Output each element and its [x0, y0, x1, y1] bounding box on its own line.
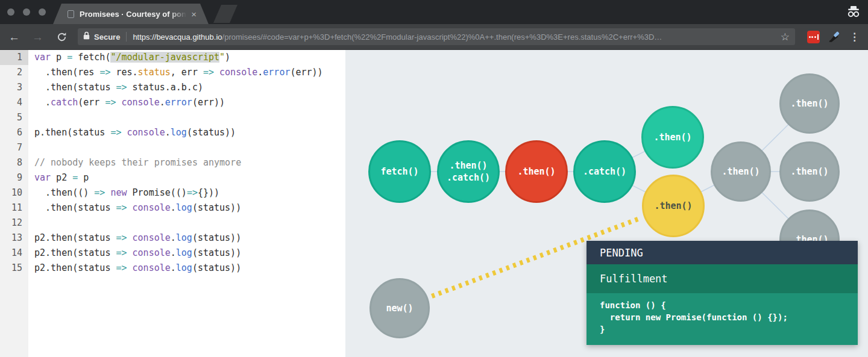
tab-strip: Promisees · Courtesy of ponyfo × [0, 0, 868, 24]
line-number: 5 [0, 110, 28, 125]
line-number: 13 [0, 231, 28, 246]
forward-button[interactable]: → [28, 31, 47, 43]
panel-code: function () { return new Promise(functio… [600, 299, 858, 335]
node-label: .then() [654, 200, 692, 212]
page-favicon-icon [68, 10, 74, 18]
line-number: 3 [0, 80, 28, 95]
promise-detail-panel: PENDING Fulfillment function () { return… [587, 241, 858, 345]
new-tab-button[interactable] [213, 5, 237, 23]
code-line: 8// nobody keeps their promises anymore [0, 155, 345, 170]
browser-window: Promisees · Courtesy of ponyfo × ← → [0, 0, 868, 357]
graph-node-then-pending[interactable]: .then() [642, 175, 705, 237]
line-number: 7 [0, 140, 28, 155]
node-label: new() [386, 302, 413, 314]
url-host: https://bevacqua.github.io [133, 33, 222, 42]
maximize-window-button[interactable] [39, 8, 46, 16]
line-number: 8 [0, 155, 28, 170]
node-label: .catch() [447, 172, 490, 184]
code-line: 13p2.then(status => console.log(status)) [0, 231, 345, 246]
close-window-button[interactable] [7, 8, 14, 16]
url-path: /promisees/#code=var+p+%3D+fetch(%22%2Fm… [222, 33, 662, 42]
node-label: .then() [722, 166, 760, 178]
code-line: 14p2.then(status => console.log(status)) [0, 246, 345, 261]
graph-node-then-gray-top[interactable]: .then() [779, 73, 840, 134]
promise-state-label: PENDING [587, 241, 858, 264]
back-button[interactable]: ← [5, 31, 24, 43]
code-line: 12 [0, 216, 345, 231]
lastpass-extension-icon[interactable] [807, 31, 820, 43]
panel-code-block: function () { return new Promise(functio… [587, 293, 858, 345]
node-label: .then() [517, 166, 555, 178]
panel-section-label: Fulfillment [587, 264, 858, 293]
reload-button[interactable] [53, 32, 71, 42]
code-line: 5 [0, 110, 345, 125]
line-number: 14 [0, 246, 28, 261]
code-line: 15p2.then(status => console.log(status)) [0, 261, 345, 276]
browser-menu-icon[interactable]: ⋮ [847, 31, 862, 43]
node-label: .then() [653, 131, 691, 143]
line-number: 10 [0, 185, 28, 200]
line-number: 6 [0, 125, 28, 140]
url-bar[interactable]: Secure https://bevacqua.github.io/promis… [78, 28, 795, 45]
code-line: 2 .then(res => res.status, err => consol… [0, 65, 345, 80]
code-line: 11 .then(status => console.log(status)) [0, 200, 345, 216]
code-line: 6p.then(status => console.log(status)) [0, 125, 345, 140]
code-line: 4 .catch(err => console.error(err)) [0, 95, 345, 110]
line-number: 4 [0, 95, 28, 110]
line-number: 2 [0, 65, 28, 80]
promise-graph: fetch().then().catch().then().catch().th… [345, 50, 868, 357]
graph-node-then-catch[interactable]: .then().catch() [437, 140, 500, 203]
tab-close-icon[interactable]: × [191, 10, 197, 19]
lock-icon [83, 31, 90, 42]
minimize-window-button[interactable] [23, 8, 30, 16]
node-label: .then() [790, 166, 828, 178]
code-line: 3 .then(status => status.a.b.c) [0, 80, 345, 95]
tab-title: Promisees · Courtesy of ponyfo [80, 10, 189, 19]
line-number: 15 [0, 261, 28, 276]
browser-tab[interactable]: Promisees · Courtesy of ponyfo × [53, 4, 209, 24]
url-text: https://bevacqua.github.io/promisees/#co… [133, 33, 775, 42]
browser-toolbar: ← → Secure https://bevacqua.github.io/pr… [0, 24, 868, 50]
graph-node-then-gray-mid[interactable]: .then() [711, 141, 771, 202]
page-content: 1var p = fetch("/modular-javascript")2 .… [0, 50, 868, 357]
node-label: fetch() [380, 166, 418, 178]
line-number: 9 [0, 170, 28, 185]
omnibox-divider [126, 32, 127, 42]
code-line: 9var p2 = p [0, 170, 345, 185]
code-line: 1var p = fetch("/modular-javascript") [0, 50, 345, 65]
graph-node-fetch[interactable]: fetch() [368, 140, 431, 203]
code-line: 7 [0, 140, 345, 155]
graph-node-then-rejected[interactable]: .then() [505, 140, 568, 203]
secure-label: Secure [94, 33, 120, 42]
code-line: 10 .then(() => new Promise(()=>{})) [0, 185, 345, 200]
window-controls [7, 8, 46, 16]
line-number: 12 [0, 216, 28, 231]
graph-node-then-gray-right[interactable]: .then() [779, 141, 840, 202]
graph-node-new[interactable]: new() [370, 278, 430, 338]
graph-node-catch[interactable]: .catch() [573, 140, 636, 203]
node-label: .then() [449, 160, 487, 172]
line-number: 1 [0, 50, 28, 65]
code-editor[interactable]: 1var p = fetch("/modular-javascript")2 .… [0, 50, 345, 357]
line-number: 11 [0, 200, 28, 216]
bookmark-star-icon[interactable]: ☆ [781, 31, 790, 43]
incognito-icon [846, 5, 861, 21]
graph-node-then-fulfilled[interactable]: .then() [641, 106, 704, 169]
node-label: .catch() [583, 166, 626, 178]
node-label: .then() [790, 98, 828, 110]
pen-extension-icon[interactable] [828, 30, 841, 43]
